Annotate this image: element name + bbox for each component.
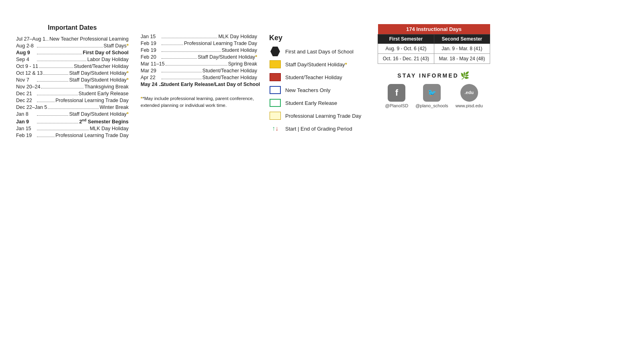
date-label: Aug 2-8 xyxy=(16,43,36,49)
col2-header: Second Semester xyxy=(434,35,490,44)
date-label: Nov 7 xyxy=(16,77,36,83)
date-entry: Oct 12 & 13Staff Day/Student Holiday* xyxy=(16,70,129,76)
green-box-icon xyxy=(269,98,281,107)
date-dots xyxy=(37,137,55,137)
date-label: Apr 22 xyxy=(141,75,161,80)
key-label: Student/Teacher Holiday xyxy=(285,74,342,80)
event-label: Student/Teacher Holiday xyxy=(74,63,129,69)
date-dots xyxy=(162,79,202,79)
key-item: New Teachers Only xyxy=(269,86,366,94)
red-box-icon xyxy=(269,73,281,82)
date-label: Dec 21 xyxy=(16,91,36,96)
stay-informed-section: STAY INFORMED 🌿 f @PlanoISD 🐦 @plano_sch… xyxy=(378,71,490,108)
twitter-handle: @plano_schools xyxy=(415,103,448,108)
date-dots xyxy=(162,51,221,52)
date-dots xyxy=(37,61,86,61)
event-label: Student Early Release/Last Day of School xyxy=(161,82,260,87)
event-label: Spring Break xyxy=(228,61,257,67)
footnote-text: **May include professional learning, par… xyxy=(141,95,257,109)
row2-col1: Oct. 16 - Dec. 21 (43) xyxy=(378,54,434,64)
date-entry: Feb 20Staff Day/Student Holiday* xyxy=(141,54,257,60)
event-label: 2nd Semester Begins xyxy=(79,118,129,125)
right-info-section: 174 Instructional Days First Semester Se… xyxy=(378,24,490,108)
date-dots xyxy=(162,58,197,59)
social-icons-container: f @PlanoISD 🐦 @plano_schools .edu www.pi… xyxy=(378,84,490,108)
key-label: First and Last Days of School xyxy=(285,49,354,55)
date-label: Oct 12 & 13 xyxy=(16,70,43,76)
key-item: Student/Teacher Holiday xyxy=(269,73,366,82)
important-dates-section: Important Dates Jul 27–Aug 1New Teacher … xyxy=(16,24,129,139)
date-entry: Apr 22Student/Teacher Holiday xyxy=(141,75,257,80)
twitter-social-item: 🐦 @plano_schools xyxy=(415,84,448,108)
date-label: Aug 9 xyxy=(16,50,36,55)
twitter-icon: 🐦 xyxy=(423,84,441,102)
facebook-social-item: f @PlanoISD xyxy=(385,84,408,108)
date-entry: Mar 29Student/Teacher Holiday xyxy=(141,68,257,74)
stay-informed-label: STAY INFORMED xyxy=(397,72,458,79)
event-label: Staff Day/Student Holiday* xyxy=(198,54,257,60)
key-items: First and Last Days of SchoolStaff Day/S… xyxy=(269,47,366,133)
row1-col2: Jan. 9 - Mar. 8 (41) xyxy=(434,44,490,54)
date-dots xyxy=(37,95,78,95)
table-header: 174 Instructional Days xyxy=(378,24,490,35)
col1-header: First Semester xyxy=(378,35,434,44)
date-label: Jul 27–Aug 1 xyxy=(16,36,44,42)
event-label: Staff Day/Student Holiday* xyxy=(69,111,129,117)
date-entry: Jan 8Staff Day/Student Holiday* xyxy=(16,111,129,117)
facebook-icon: f xyxy=(388,84,405,102)
key-label: Staff Day/Student Holiday* xyxy=(285,61,347,68)
key-item: ↑↓Start | End of Grading Period xyxy=(269,124,366,133)
date-dots xyxy=(37,102,55,102)
date-entry: Oct 9 - 11Student/Teacher Holiday xyxy=(16,63,129,69)
date-label: Jan 15 xyxy=(141,34,161,39)
date-label: May 24 .... xyxy=(141,82,161,87)
date-label: Nov 20–24 xyxy=(16,84,40,90)
website-icon: .edu xyxy=(460,84,478,102)
date-entry: Jan 15MLK Day Holiday xyxy=(141,34,257,39)
key-section: Key First and Last Days of SchoolStaff D… xyxy=(269,34,366,137)
event-label: Student Early Release xyxy=(79,91,129,96)
date-dots xyxy=(37,54,82,54)
date-label: Mar 11–15 xyxy=(141,61,165,67)
right-dates-list: Jan 15MLK Day HolidayFeb 19Professional … xyxy=(141,34,257,87)
event-label: Labor Day Holiday xyxy=(87,57,129,62)
date-label: Jan 8 xyxy=(16,111,36,117)
hex-icon xyxy=(269,47,281,56)
key-label: Student Early Release xyxy=(285,100,337,106)
event-label: Staff Day/Student Holiday* xyxy=(69,77,129,83)
date-label: Feb 19 xyxy=(141,41,161,46)
date-entry: Dec 21Student Early Release xyxy=(16,91,129,96)
event-label: New Teacher Professional Learning xyxy=(49,36,129,42)
event-label: Professional Learning Trade Day xyxy=(55,133,129,138)
date-dots xyxy=(162,72,202,72)
date-label: Jan 9 xyxy=(16,119,36,125)
date-entry: Sep 4Labor Day Holiday xyxy=(16,57,129,62)
date-dots xyxy=(37,47,103,47)
instructional-days-table: 174 Instructional Days First Semester Se… xyxy=(378,24,490,64)
event-label: Professional Learning Trade Day xyxy=(55,98,129,103)
row1-col1: Aug. 9 - Oct. 6 (42) xyxy=(378,44,434,54)
section-title: Important Dates xyxy=(16,24,129,31)
date-label: Jan 15 xyxy=(16,126,36,131)
leaf-icon: 🌿 xyxy=(460,71,470,80)
event-label: Staff Days* xyxy=(104,43,129,49)
key-title: Key xyxy=(269,34,366,42)
event-label: Thanksgiving Break xyxy=(84,84,129,90)
event-label: Student/Teacher Holiday xyxy=(202,68,257,74)
yellow-box-icon xyxy=(269,60,281,69)
date-entry: Aug 2-8Staff Days* xyxy=(16,43,129,49)
key-label: New Teachers Only xyxy=(285,87,330,93)
website-handle: www.pisd.edu xyxy=(456,103,483,108)
date-entry: May 24 ....Student Early Release/Last Da… xyxy=(141,82,257,87)
date-dots xyxy=(37,123,78,123)
arrows-icon: ↑↓ xyxy=(269,124,281,133)
date-dots xyxy=(39,68,73,68)
key-item: Staff Day/Student Holiday* xyxy=(269,60,366,69)
date-dots xyxy=(43,74,68,75)
website-social-item: .edu www.pisd.edu xyxy=(456,84,483,108)
stay-informed-title: STAY INFORMED 🌿 xyxy=(378,71,490,80)
event-label: Winter Break xyxy=(100,104,129,110)
date-label: Feb 19 xyxy=(141,47,161,53)
date-entry: Jan 15MLK Day Holiday xyxy=(16,126,129,131)
date-dots xyxy=(37,115,68,116)
